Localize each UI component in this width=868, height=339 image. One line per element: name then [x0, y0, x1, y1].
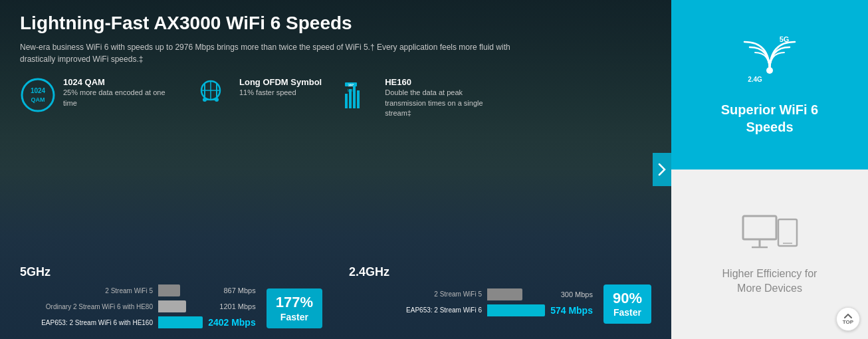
feature-he160-desc: Double the data at peak transmission tim…: [385, 88, 498, 118]
bar-track-24-2: [487, 304, 545, 316]
bar-label-24-2: EAP653: 2 Stream WiFi 6: [349, 306, 482, 314]
bar-fill-2: [158, 300, 186, 312]
bar-value-24-1: 300 Mbps: [561, 290, 593, 298]
sidebar-top: 5G 2.4G Superior WiFi 6Speeds: [671, 0, 868, 170]
table-row: Ordinary 2 Stream WiFi 6 with HE80 1201 …: [20, 300, 256, 312]
feature-ofdm-title: Long OFDM Symbol: [239, 77, 322, 88]
page-subtitle: New-era business WiFi 6 with speeds up t…: [20, 41, 518, 65]
feature-qam-desc: 25% more data encoded at one time: [63, 88, 176, 108]
svg-text:2.4G: 2.4G: [748, 76, 762, 83]
bar-fill-1: [158, 284, 180, 296]
sidebar-bottom-title: Higher Efficiency forMore Devices: [722, 267, 817, 296]
5ghz-bars-with-badge: 2 Stream WiFi 5 867 Mbps Ordinary 2 Stre…: [20, 284, 322, 332]
feature-qam: 1024 QAM 1024 QAM 25% more data encoded …: [20, 77, 176, 114]
1024-qam-icon: 1024 QAM: [20, 77, 56, 114]
24ghz-badge-label: Faster: [613, 307, 642, 318]
feature-he160: 160 MHz HE160 Double the data at peak tr…: [342, 77, 498, 119]
bar-track-24-1: [487, 288, 556, 300]
table-row: 2 Stream WiFi 5 300 Mbps: [349, 288, 593, 300]
ofdm-icon: [196, 77, 233, 114]
svg-point-20: [766, 67, 773, 74]
next-arrow-button[interactable]: [653, 153, 671, 186]
feature-he160-text: HE160 Double the data at peak transmissi…: [385, 77, 498, 119]
svg-rect-15: [349, 89, 352, 108]
feature-ofdm-desc: 11% faster speed: [239, 88, 322, 98]
5ghz-bars-area: 2 Stream WiFi 5 867 Mbps Ordinary 2 Stre…: [20, 284, 256, 332]
24ghz-badge-percent: 90%: [613, 290, 642, 307]
page-title: Lightning-Fast AX3000 WiFi 6 Speeds: [20, 12, 651, 35]
feature-ofdm: Long OFDM Symbol 11% faster speed: [196, 77, 322, 114]
bar-fill-24-1: [487, 288, 522, 300]
speed-section: 5GHz 2 Stream WiFi 5 867 Mbps Ordinary 2…: [0, 265, 671, 339]
sidebar: 5G 2.4G Superior WiFi 6Speeds: [671, 0, 868, 339]
wifi6-icon: 5G 2.4G: [736, 34, 803, 90]
table-row: EAP653: 2 Stream WiFi 6 574 Mbps: [349, 304, 593, 316]
svg-point-10: [215, 98, 219, 102]
bar-value-1: 867 Mbps: [223, 286, 255, 294]
speed-group-24ghz: 2.4GHz 2 Stream WiFi 5 300 Mbps EAP653: …: [349, 265, 651, 332]
bar-track-2: [158, 300, 214, 312]
24ghz-bars-area: 2 Stream WiFi 5 300 Mbps EAP653: 2 Strea…: [349, 288, 593, 320]
bar-value-3: 2402 Mbps: [208, 317, 256, 328]
bar-label-24-1: 2 Stream WiFi 5: [349, 290, 482, 298]
main-section: Lightning-Fast AX3000 WiFi 6 Speeds New-…: [0, 0, 671, 339]
svg-point-0: [22, 79, 54, 111]
feature-he160-title: HE160: [385, 77, 498, 88]
feature-qam-text: 1024 QAM 25% more data encoded at one ti…: [63, 77, 176, 109]
feature-ofdm-text: Long OFDM Symbol 11% faster speed: [239, 77, 322, 98]
main-content: Lightning-Fast AX3000 WiFi 6 Speeds New-…: [0, 0, 671, 119]
bar-track-1: [158, 284, 218, 296]
svg-rect-21: [743, 216, 776, 239]
top-button[interactable]: TOP: [836, 307, 860, 331]
bar-label-2: Ordinary 2 Stream WiFi 6 with HE80: [20, 303, 153, 310]
svg-rect-17: [357, 90, 360, 108]
svg-text:QAM: QAM: [31, 96, 45, 103]
table-row: EAP653: 2 Stream WiFi 6 with HE160 2402 …: [20, 316, 256, 328]
svg-rect-16: [353, 85, 356, 108]
5ghz-faster-badge: 177% Faster: [267, 288, 322, 328]
bar-fill-3: [158, 316, 203, 328]
speed-group-5ghz: 5GHz 2 Stream WiFi 5 867 Mbps Ordinary 2…: [20, 265, 322, 332]
bar-value-2: 1201 Mbps: [219, 302, 255, 310]
device-icon-container: [740, 213, 800, 259]
24ghz-faster-badge: 90% Faster: [603, 284, 651, 324]
svg-rect-14: [345, 94, 348, 108]
svg-text:1024: 1024: [31, 87, 46, 94]
table-row: 2 Stream WiFi 5 867 Mbps: [20, 284, 256, 296]
he160-icon: 160 MHz: [342, 77, 378, 114]
svg-rect-24: [778, 219, 797, 246]
top-button-label: TOP: [843, 320, 853, 325]
wifi6-icon-container: 5G 2.4G: [736, 34, 803, 93]
feature-qam-title: 1024 QAM: [63, 77, 176, 88]
24ghz-title: 2.4GHz: [349, 265, 651, 279]
sidebar-top-title: Superior WiFi 6Speeds: [721, 101, 819, 136]
bar-label-3: EAP653: 2 Stream WiFi 6 with HE160: [20, 319, 153, 326]
bar-fill-24-2: [487, 304, 545, 316]
24ghz-bars-with-badge: 2 Stream WiFi 5 300 Mbps EAP653: 2 Strea…: [349, 284, 651, 324]
bar-label-1: 2 Stream WiFi 5: [20, 287, 153, 294]
features-row: 1024 QAM 1024 QAM 25% more data encoded …: [20, 77, 651, 119]
5ghz-badge-percent: 177%: [276, 294, 313, 311]
bar-track-3: [158, 316, 203, 328]
5ghz-title: 5GHz: [20, 265, 322, 279]
5ghz-badge-label: Faster: [276, 312, 313, 323]
svg-point-9: [203, 98, 207, 102]
devices-icon: [740, 213, 800, 256]
sidebar-bottom: Higher Efficiency forMore Devices TOP: [671, 170, 868, 339]
bar-value-24-2: 574 Mbps: [550, 305, 593, 316]
